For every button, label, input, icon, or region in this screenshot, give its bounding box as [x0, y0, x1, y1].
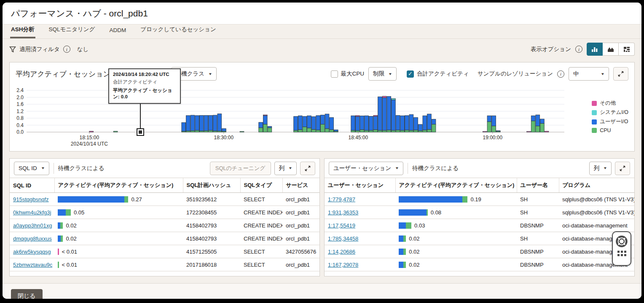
area-chart-icon — [607, 46, 614, 53]
activity-bar — [58, 196, 128, 203]
activity-bar-segment-user_io — [58, 209, 66, 216]
activity-bar-segment-user_io — [399, 196, 462, 203]
detail-tables: SQL ID▼ 待機クラスによる SQLのチューニング 列▼ SQL IDアクテ… — [9, 158, 635, 276]
session-link[interactable]: 1:167,29078 — [328, 262, 358, 268]
column-header[interactable]: SQLタイプ — [240, 178, 282, 193]
session-link[interactable]: 1:17,55419 — [328, 222, 355, 229]
legend-item-other: その他 — [592, 100, 628, 107]
activity-bar — [58, 262, 59, 268]
session-link[interactable]: 1:931,36353 — [328, 209, 358, 216]
sql-tuning-button[interactable]: SQLのチューニング — [210, 162, 271, 175]
activity-value: 0.27 — [131, 196, 142, 203]
treemap-view-button[interactable] — [619, 43, 635, 56]
x-axis-date-label: 2024/10/14 UTC — [71, 141, 108, 147]
sql-table: SQL IDアクティビティ(平均アクティブ・セッション)SQL計画ハッシュSQL… — [10, 178, 320, 271]
sql-table-expand-button[interactable] — [300, 162, 315, 175]
table-cell: SELECT — [240, 193, 282, 206]
tab-sql-monitoring[interactable]: SQLモニタリング — [48, 23, 96, 38]
table-cell: 3519235612 — [183, 193, 240, 206]
activity-bar-segment-user_io — [399, 235, 403, 242]
column-header[interactable]: アクティビティ(平均アクティブ・セッション) — [395, 178, 517, 193]
activity-bar-segment-cpu — [61, 235, 63, 242]
column-header[interactable]: SQL ID — [10, 178, 54, 193]
chart-bar — [303, 116, 307, 132]
column-header[interactable]: ユーザー名 — [517, 178, 559, 193]
tooltip-value: 平均アクティブ・セッション: 0.0 — [113, 87, 176, 100]
life-ring-help-icon[interactable] — [615, 235, 628, 248]
legend-swatch — [592, 119, 597, 124]
chart-bar — [409, 114, 413, 132]
display-options-info-icon[interactable]: i — [575, 46, 582, 53]
activity-value: 0.02 — [409, 262, 419, 268]
sql-id-link[interactable]: 5zbmwztavau9c — [13, 262, 52, 268]
time-marker-handle[interactable] — [137, 128, 144, 136]
tab-blocking-sessions[interactable]: ブロックしているセッション — [140, 23, 217, 38]
chart-bar — [263, 115, 267, 132]
sql-id-link[interactable]: 0khwm4u2kfg3j — [13, 209, 51, 216]
sql-dimension-dropdown[interactable]: SQL ID▼ — [14, 162, 49, 175]
activity-value: 0.05 — [74, 209, 84, 216]
close-button[interactable]: 閉じる — [11, 289, 43, 299]
ash-activity-chart[interactable]: 0.00.40.81.21.62.02.418:15:002024/10/14 … — [10, 62, 641, 151]
tab-ash-analytics[interactable]: ASH分析 — [10, 23, 35, 38]
sql-table-toolbar: SQL ID▼ 待機クラスによる SQLのチューニング 列▼ — [10, 159, 319, 178]
sql-id-link[interactable]: dmqgug8fuxxus — [13, 235, 52, 242]
activity-bar — [399, 222, 411, 229]
activity-bar-segment-cpu — [427, 209, 428, 216]
chart-bar — [378, 97, 382, 132]
sql-id-link[interactable]: 915stqgbsnqfz — [13, 196, 49, 203]
chart-bar — [400, 116, 405, 132]
activity-value: 0.02 — [66, 235, 76, 242]
tab-addm[interactable]: ADDM — [108, 24, 127, 38]
chart-bar — [240, 131, 244, 132]
applied-filter-label: 適用済フィルタ — [19, 46, 60, 53]
app-launcher-dots-icon[interactable] — [617, 251, 626, 256]
sql-columns-dropdown[interactable]: 列▼ — [274, 162, 297, 175]
chart-bar — [217, 114, 222, 132]
chart-bar — [330, 117, 334, 132]
session-link[interactable]: 1:779,4787 — [328, 196, 355, 203]
table-cell: SH — [517, 232, 559, 245]
chart-bar — [182, 122, 186, 132]
table-cell: CREATE INDEX — [240, 206, 282, 219]
column-header[interactable]: アクティビティ(平均アクティブ・セッション) — [54, 178, 183, 193]
sql-id-link[interactable]: a0aypp3hn01xg — [13, 222, 52, 229]
table-cell: DBSNMP — [517, 219, 559, 232]
sql-id-link[interactable]: ak6rw5kysqqsg — [13, 249, 51, 255]
sessions-table: ユーザー・セッションアクティビティ(平均アクティブ・セッション)ユーザー名プログ… — [325, 178, 635, 271]
column-header[interactable]: サービス — [282, 178, 320, 193]
table-cell: CREATE INDEX — [240, 219, 282, 232]
divider — [54, 163, 54, 174]
column-header[interactable]: SQL計画ハッシュ — [183, 178, 240, 193]
chart-bar — [373, 115, 378, 132]
chart-bar — [222, 129, 226, 132]
sessions-columns-dropdown[interactable]: 列▼ — [589, 162, 612, 175]
table-cell: SELECT — [240, 258, 282, 271]
chart-bar — [483, 131, 487, 132]
table-row: a0aypp3hn01xg0.024158402793CREATE INDEXo… — [10, 219, 320, 232]
chevron-down-icon: ▼ — [41, 166, 45, 170]
sessions-table-panel: ユーザー・セッション▼ 待機クラスによる 列▼ ユーザー・セッションアクティビテ… — [324, 158, 635, 276]
session-link[interactable]: 1:785,34458 — [328, 235, 358, 242]
table-cell: 1722308455 — [183, 206, 240, 219]
activity-value: 0.02 — [66, 222, 76, 229]
table-cell: CREATE INDEX — [240, 232, 282, 245]
table-cell: orcl_pdb1 — [282, 193, 320, 206]
y-axis-tick-label: 0.0 — [16, 129, 24, 135]
chart-bar — [365, 116, 369, 132]
bar-chart-view-button[interactable] — [587, 43, 603, 56]
sessions-dimension-dropdown[interactable]: ユーザー・セッション▼ — [329, 162, 403, 175]
chart-bar — [392, 98, 396, 132]
column-header[interactable]: ユーザー・セッション — [325, 178, 395, 193]
area-chart-view-button[interactable] — [603, 43, 619, 56]
activity-bar — [58, 209, 71, 216]
sessions-table-expand-button[interactable] — [615, 162, 630, 175]
session-link[interactable]: 1:14,20686 — [328, 249, 355, 255]
chart-bar — [89, 131, 94, 132]
view-toggle-group — [587, 43, 635, 56]
activity-bar — [58, 235, 63, 242]
floating-help-widget[interactable] — [612, 231, 631, 266]
sessions-table-toolbar: ユーザー・セッション▼ 待機クラスによる 列▼ — [325, 159, 634, 178]
applied-filter-info-icon[interactable]: i — [63, 46, 70, 53]
column-header[interactable]: プログラム — [559, 178, 635, 193]
